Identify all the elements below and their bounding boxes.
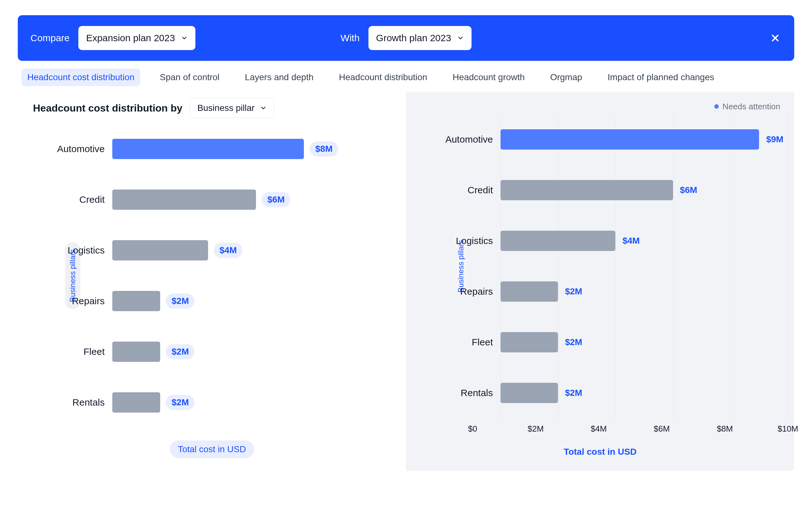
group-by-value: Business pillar	[197, 103, 255, 113]
chart-row: Automotive$9M	[440, 114, 788, 165]
chevron-down-icon	[260, 105, 267, 112]
with-label: With	[341, 33, 360, 43]
right-x-axis-label-wrap: Total cost in USD	[412, 434, 788, 457]
chart-row: Fleet$2M	[440, 317, 788, 368]
legend-label: Needs attention	[722, 102, 780, 112]
bar-holder: $2M	[501, 383, 788, 403]
value-label: $6M	[680, 185, 697, 195]
legend-dot-icon	[714, 104, 719, 109]
category-label: Repairs	[52, 296, 112, 306]
right-chart-panel: Needs attention Business pillars Automot…	[406, 92, 794, 471]
value-label: $2M	[565, 286, 582, 297]
bar-holder: $4M	[112, 240, 400, 261]
x-tick-label: $0	[468, 424, 477, 434]
value-label: $4M	[214, 243, 242, 258]
tab-headcount-growth[interactable]: Headcount growth	[447, 68, 530, 86]
bar-holder: $8M	[112, 139, 400, 159]
tab-orgmap[interactable]: Orgmap	[544, 68, 588, 86]
value-label: $2M	[565, 388, 582, 398]
category-label: Logistics	[52, 245, 112, 256]
bar-holder: $6M	[112, 189, 400, 210]
plan-a-dropdown[interactable]: Expansion plan 2023	[78, 26, 195, 50]
bar-holder: $2M	[112, 342, 400, 362]
value-label: $8M	[310, 141, 338, 157]
chevron-down-icon	[181, 35, 188, 42]
chart-row: Logistics$4M	[52, 225, 400, 276]
x-tick-label: $8M	[717, 424, 733, 434]
bar-holder: $4M	[501, 231, 788, 251]
category-label: Rentals	[440, 388, 501, 398]
chart-row: Rentals$2M	[440, 368, 788, 418]
compare-header: Compare Expansion plan 2023 With Growth …	[18, 15, 794, 61]
value-label: $2M	[166, 344, 194, 359]
left-x-axis-label: Total cost in USD	[170, 441, 254, 458]
category-label: Credit	[52, 194, 112, 205]
right-x-axis-label: Total cost in USD	[564, 447, 637, 457]
bar-holder: $2M	[501, 281, 788, 302]
left-chart: Business pillars Automotive$8MCredit$6ML…	[52, 124, 400, 428]
group-by-dropdown[interactable]: Business pillar	[190, 98, 274, 118]
category-label: Fleet	[440, 337, 501, 348]
bar[interactable]	[112, 392, 160, 412]
chart-row: Fleet$2M	[52, 326, 400, 377]
tab-span-of-control[interactable]: Span of control	[154, 68, 225, 86]
bar[interactable]	[112, 291, 160, 311]
bar-holder: $9M	[501, 129, 788, 150]
tab-bar: Headcount cost distribution Span of cont…	[18, 61, 794, 92]
tab-layers-and-depth[interactable]: Layers and depth	[239, 68, 319, 86]
plan-a-value: Expansion plan 2023	[86, 33, 175, 43]
close-icon	[770, 33, 780, 43]
plan-b-dropdown[interactable]: Growth plan 2023	[368, 26, 472, 50]
bar-holder: $6M	[501, 180, 788, 200]
bar[interactable]	[501, 383, 558, 403]
value-label: $2M	[166, 395, 194, 410]
close-button[interactable]	[769, 32, 781, 44]
category-label: Rentals	[52, 397, 112, 408]
x-tick-label: $10M	[777, 424, 798, 434]
category-label: Credit	[440, 185, 501, 195]
chart-row: Repairs$2M	[52, 276, 400, 326]
value-label: $4M	[622, 236, 640, 246]
bar[interactable]	[501, 129, 759, 150]
filter-row: Headcount cost distribution by Business …	[24, 95, 400, 124]
filter-label: Headcount cost distribution by	[33, 102, 183, 114]
chevron-down-icon	[457, 35, 464, 42]
tab-headcount-cost-distribution[interactable]: Headcount cost distribution	[21, 68, 140, 86]
left-chart-panel: Headcount cost distribution by Business …	[18, 92, 406, 471]
bar[interactable]	[501, 281, 558, 302]
compare-label: Compare	[31, 33, 69, 43]
bar[interactable]	[501, 332, 558, 352]
legend: Needs attention	[412, 95, 788, 114]
value-label: $2M	[565, 337, 582, 347]
right-chart: Business pillars Automotive$9MCredit$6ML…	[440, 114, 788, 418]
plan-b-value: Growth plan 2023	[376, 33, 451, 43]
chart-row: Logistics$4M	[440, 216, 788, 266]
value-label: $9M	[766, 134, 783, 145]
bar-holder: $2M	[112, 392, 400, 412]
chart-row: Rentals$2M	[52, 377, 400, 428]
category-label: Automotive	[440, 134, 501, 145]
category-label: Logistics	[440, 235, 501, 246]
bar[interactable]	[501, 231, 615, 251]
category-label: Fleet	[52, 346, 112, 357]
left-x-axis-label-wrap: Total cost in USD	[24, 428, 400, 458]
x-tick-label: $4M	[591, 424, 607, 434]
category-label: Automotive	[52, 144, 112, 154]
category-label: Repairs	[440, 286, 501, 297]
tab-impact-of-planned-changes[interactable]: Impact of planned changes	[602, 68, 720, 86]
right-x-ticks: $0$2M$4M$6M$8M$10M	[473, 418, 788, 434]
value-label: $6M	[262, 192, 290, 207]
bar[interactable]	[501, 180, 673, 200]
chart-row: Automotive$8M	[52, 124, 400, 174]
bar[interactable]	[112, 189, 256, 210]
x-tick-label: $2M	[528, 424, 544, 434]
tab-headcount-distribution[interactable]: Headcount distribution	[333, 68, 433, 86]
chart-row: Credit$6M	[440, 165, 788, 216]
chart-row: Repairs$2M	[440, 266, 788, 317]
x-tick-label: $6M	[654, 424, 670, 434]
chart-row: Credit$6M	[52, 174, 400, 225]
bar[interactable]	[112, 240, 208, 261]
bar[interactable]	[112, 342, 160, 362]
bar[interactable]	[112, 139, 304, 159]
bar-holder: $2M	[112, 291, 400, 311]
